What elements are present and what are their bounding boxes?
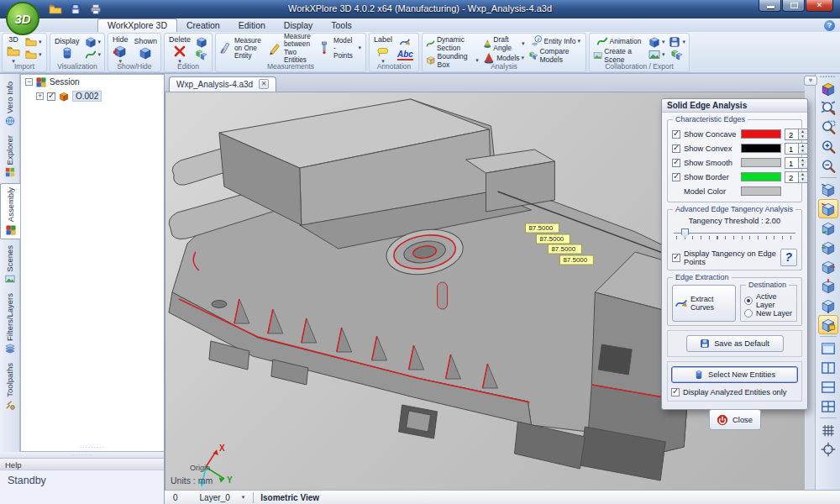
visibility-checkbox[interactable] xyxy=(47,92,55,101)
display-tangency-checkbox[interactable] xyxy=(672,254,680,262)
help-icon[interactable]: ? xyxy=(824,20,835,31)
shown-button[interactable]: Shown xyxy=(133,37,160,60)
show-convex-checkbox[interactable] xyxy=(672,144,680,153)
layout-quad-button[interactable] xyxy=(818,396,838,416)
smooth-color-swatch[interactable] xyxy=(741,158,781,167)
sidebar-tab-toolpaths[interactable]: Toolpaths xyxy=(0,360,19,413)
animation-button[interactable]: Animation xyxy=(596,35,643,47)
save-as-default-button[interactable]: Save as Default xyxy=(686,335,784,352)
model-color-swatch[interactable] xyxy=(741,186,781,196)
tangency-help-button[interactable] xyxy=(780,249,797,266)
view-bottom-button[interactable] xyxy=(818,296,838,315)
render-mode-button[interactable]: ▾ xyxy=(84,36,102,48)
display-analyzed-checkbox[interactable] xyxy=(671,388,680,396)
zoom-in-button[interactable] xyxy=(818,137,838,156)
tab-edition[interactable]: Edition xyxy=(229,19,275,32)
layout-two-vertical-button[interactable] xyxy=(818,358,838,377)
import-recent-button[interactable]: ▾ xyxy=(24,36,43,48)
measure-two-entities-button[interactable]: Measure between Two Entities xyxy=(268,33,315,63)
text-annotation-button[interactable]: Abc xyxy=(396,50,414,60)
show-smooth-checkbox[interactable] xyxy=(672,159,680,167)
spin-down-icon[interactable] xyxy=(799,134,807,139)
view-isometric-button[interactable] xyxy=(818,180,838,199)
tab-workxplore-3d[interactable]: WorkXplore 3D xyxy=(97,18,177,32)
draft-angle-button[interactable]: Draft Angle▾ xyxy=(482,35,526,52)
close-panel-button[interactable]: Close xyxy=(709,409,761,430)
hide-button[interactable]: Hide ▾ xyxy=(111,35,130,64)
panel-pin-button[interactable]: ♥ xyxy=(804,76,817,86)
view-cube-color-button[interactable] xyxy=(818,79,838,98)
tab-display[interactable]: Display xyxy=(275,19,322,32)
view-top-button[interactable] xyxy=(818,276,838,296)
sidebar-tab-assembly[interactable]: Assembly xyxy=(0,183,20,239)
sidebar-tab-explorer[interactable]: Explorer xyxy=(0,132,19,181)
tree-node-session[interactable]: Session xyxy=(21,75,164,89)
app-logo[interactable]: 3D xyxy=(6,2,39,35)
active-layer-option[interactable]: Active Layer xyxy=(744,294,793,307)
create-scene-button[interactable]: Create a Scene xyxy=(592,47,645,64)
dynamic-section-button[interactable]: Dynamic Section xyxy=(425,35,480,52)
import-other-button[interactable]: ▾ xyxy=(24,49,43,60)
spin-down-icon[interactable] xyxy=(799,177,807,182)
delete-button[interactable]: Delete ▾ xyxy=(167,35,192,64)
color-button[interactable]: ▾ xyxy=(84,49,102,60)
sidebar-tab-filters-layers[interactable]: Filters/Layers xyxy=(0,290,19,357)
export-image-button[interactable] xyxy=(670,49,684,60)
measure-one-entity-button[interactable]: Measure on One Entity xyxy=(218,37,265,60)
save-scene-button[interactable]: ▾ xyxy=(668,36,686,48)
panel-splitter[interactable]: ········· xyxy=(0,452,164,458)
dimension-button[interactable] xyxy=(398,36,412,48)
view-left-button[interactable] xyxy=(818,238,838,257)
tab-creation[interactable]: Creation xyxy=(177,19,229,32)
collapse-toggle[interactable] xyxy=(25,78,33,86)
new-layer-option[interactable]: New Layer xyxy=(744,307,793,319)
origin-target-button[interactable] xyxy=(818,439,838,459)
zoom-window-button[interactable] xyxy=(818,118,838,137)
spin-down-icon[interactable] xyxy=(799,149,807,154)
entity-info-button[interactable]: Entity Info▾ xyxy=(530,35,581,47)
extract-curves-button[interactable]: Extract Curves xyxy=(672,285,736,322)
export-view-button[interactable]: ▾ xyxy=(648,36,666,48)
expand-toggle[interactable] xyxy=(36,92,44,100)
sidebar-tab-scenes[interactable]: Scenes xyxy=(0,242,19,288)
label-button[interactable]: Label ▾ xyxy=(372,35,394,64)
open-file-button[interactable] xyxy=(47,2,63,16)
spin-down-icon[interactable] xyxy=(799,163,807,168)
divide-button[interactable] xyxy=(195,49,208,60)
slider-track[interactable] xyxy=(674,233,795,234)
grid-button[interactable] xyxy=(818,420,838,439)
panel-title[interactable]: Solid Edge Analysis xyxy=(662,99,807,113)
convex-color-swatch[interactable] xyxy=(741,144,781,153)
document-tab[interactable]: Wxp_Analysis-4.a3d ✕ xyxy=(169,76,276,92)
zoom-extents-button[interactable] xyxy=(818,98,838,118)
concave-color-swatch[interactable] xyxy=(741,129,781,139)
view-right-button[interactable] xyxy=(818,257,838,276)
show-border-checkbox[interactable] xyxy=(672,173,680,181)
layout-single-button[interactable] xyxy=(818,339,838,358)
import-3d-button[interactable]: 3D ▾ xyxy=(5,35,22,64)
border-color-swatch[interactable] xyxy=(741,172,781,181)
model-points-button[interactable]: Model - Points ▾ xyxy=(318,37,361,60)
rotation-lock-button[interactable] xyxy=(818,315,838,334)
show-concave-checkbox[interactable] xyxy=(672,130,680,139)
layer-dropdown[interactable]: Layer_0 ▾ xyxy=(195,493,250,502)
save-button[interactable] xyxy=(67,2,83,16)
tree-node-part[interactable]: O.002 xyxy=(21,89,164,103)
sidebar-tab-vero-info[interactable]: Vero Info xyxy=(0,78,19,129)
active-layer-radio[interactable] xyxy=(744,297,753,305)
screenshot-button[interactable]: ▾ xyxy=(648,49,666,60)
tab-tools[interactable]: Tools xyxy=(322,19,361,32)
tangency-slider[interactable] xyxy=(674,228,795,241)
close-document-icon[interactable]: ✕ xyxy=(259,79,269,89)
layout-two-horizontal-button[interactable] xyxy=(818,377,838,396)
tree-resize-grip[interactable]: ········· xyxy=(21,444,164,450)
new-layer-radio[interactable] xyxy=(744,309,753,318)
transform-button[interactable] xyxy=(195,36,208,48)
restore-button[interactable] xyxy=(782,0,805,12)
zoom-out-button[interactable] xyxy=(818,156,838,176)
view-front-button[interactable] xyxy=(818,199,838,218)
close-button[interactable]: ✕ xyxy=(806,0,833,12)
compare-models-button[interactable]: Compare Models xyxy=(528,47,583,64)
select-new-entities-button[interactable]: Select New Entities xyxy=(671,366,798,383)
display-button[interactable]: Display xyxy=(53,37,81,60)
